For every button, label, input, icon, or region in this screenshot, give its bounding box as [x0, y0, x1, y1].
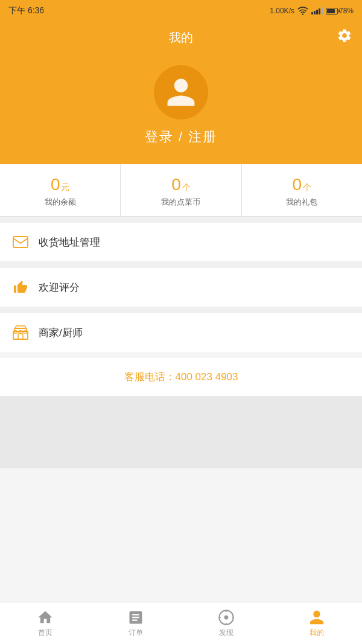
nav-home[interactable]: 首页	[0, 602, 91, 644]
section-gap-1	[0, 217, 362, 223]
store-icon	[12, 324, 29, 341]
network-speed: 1.00K/s	[270, 7, 294, 15]
stat-gifts[interactable]: 0 个 我的礼包	[242, 164, 362, 216]
user-icon	[164, 75, 198, 109]
nav-order-label: 订单	[129, 628, 143, 638]
menu-item-rating[interactable]: 欢迎评分	[0, 268, 362, 307]
merchant-label: 商家/厨师	[39, 326, 83, 340]
section-gap-2	[0, 262, 362, 268]
svg-rect-2	[18, 334, 23, 339]
svg-point-7	[225, 616, 228, 619]
customer-service[interactable]: 客服电话：400 023 4903	[0, 358, 362, 396]
nav-mine-label: 我的	[310, 628, 324, 638]
wifi-icon	[297, 7, 308, 15]
svg-rect-5	[24, 331, 27, 333]
nav-home-label: 首页	[38, 628, 52, 638]
gifts-label: 我的礼包	[286, 197, 317, 208]
gifts-number: 0	[293, 175, 302, 194]
settings-button[interactable]	[337, 28, 352, 47]
svg-rect-3	[14, 331, 17, 333]
coins-unit: 个	[182, 182, 191, 193]
balance-unit: 元	[61, 182, 69, 193]
menu-item-merchant[interactable]: 商家/厨师	[0, 313, 362, 352]
signal-icon	[311, 7, 323, 14]
profile-section[interactable]: 登录 / 注册	[0, 53, 362, 164]
envelope-icon	[12, 234, 29, 250]
status-time: 下午 6:36	[8, 5, 44, 16]
nav-discover-label: 发现	[219, 628, 233, 638]
balance-label: 我的余额	[45, 197, 76, 208]
customer-service-text: 客服电话：400 023 4903	[124, 371, 238, 383]
header: 我的	[0, 22, 362, 53]
home-icon	[37, 609, 54, 626]
thumb-up-icon	[12, 279, 29, 296]
stats-row: 0 元 我的余额 0 个 我的点菜币 0 个 我的礼包	[0, 164, 362, 217]
login-register-text[interactable]: 登录 / 注册	[145, 128, 217, 146]
avatar[interactable]	[154, 65, 208, 120]
svg-rect-1	[13, 331, 28, 339]
coins-number: 0	[171, 175, 181, 194]
gifts-unit: 个	[303, 182, 311, 193]
svg-rect-4	[19, 331, 22, 333]
status-bar: 下午 6:36 1.00K/s 78%	[0, 0, 362, 22]
menu-item-address[interactable]: 收货地址管理	[0, 223, 362, 262]
coins-label: 我的点菜币	[161, 197, 200, 208]
nav-mine[interactable]: 我的	[272, 602, 362, 644]
status-right-icons: 1.00K/s 78%	[270, 7, 354, 15]
bottom-nav: 首页 订单 发现 我的	[0, 602, 362, 644]
order-icon	[127, 609, 144, 626]
discover-icon	[218, 609, 235, 626]
battery-icon: 78%	[326, 7, 354, 15]
stat-balance[interactable]: 0 元 我的余额	[0, 164, 121, 216]
rating-label: 欢迎评分	[39, 281, 80, 295]
svg-rect-0	[13, 237, 28, 247]
mine-icon	[308, 609, 325, 626]
grey-area	[0, 396, 362, 468]
page-title: 我的	[169, 30, 193, 46]
nav-order[interactable]: 订单	[91, 602, 181, 644]
menu-list: 收货地址管理 欢迎评分 商家/厨师	[0, 223, 362, 352]
balance-number: 0	[51, 175, 60, 194]
battery-percent: 78%	[339, 7, 354, 15]
address-label: 收货地址管理	[39, 235, 100, 249]
stat-coins[interactable]: 0 个 我的点菜币	[121, 164, 241, 216]
nav-discover[interactable]: 发现	[181, 602, 272, 644]
section-gap-3	[0, 307, 362, 313]
